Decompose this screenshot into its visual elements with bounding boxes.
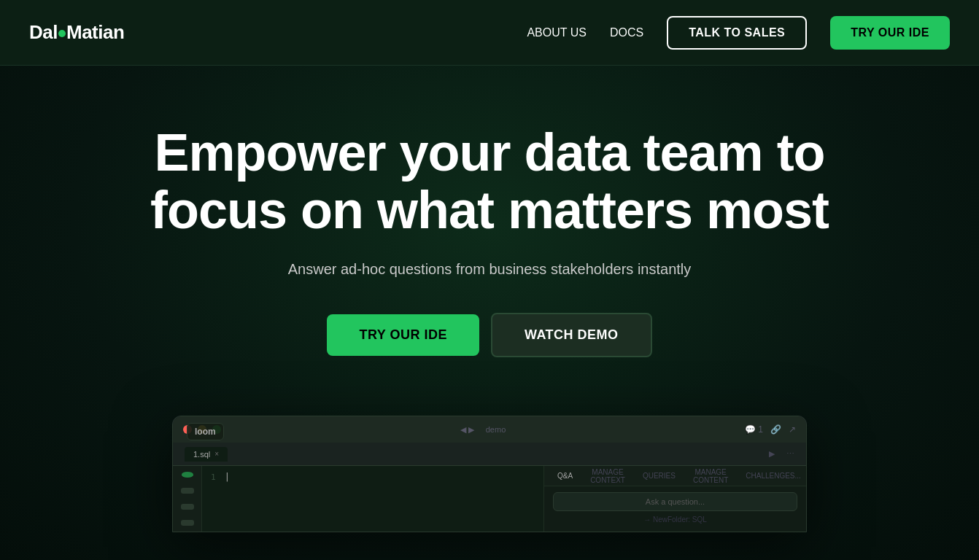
titlebar-center: ◀ ▶ <box>460 425 474 435</box>
panel-tab-queries[interactable]: QUERIES <box>637 469 681 483</box>
panel-tab-qa[interactable]: Q&A <box>552 469 578 483</box>
icon-link: 🔗 <box>770 424 781 435</box>
titlebar-breadcrumb: demo <box>486 425 506 434</box>
app-right-panel: Q&A MANAGE CONTEXT QUERIES MANAGE CONTEN… <box>543 466 806 532</box>
nav-link-docs[interactable]: DOCS <box>610 26 643 39</box>
talk-to-sales-button[interactable]: TALK TO SALES <box>667 16 807 50</box>
sidebar-icon-search[interactable] <box>182 472 193 477</box>
panel-tab-manage-content[interactable]: MANAGE CONTENT <box>687 465 734 487</box>
app-preview: ◀ ▶ demo 💬 1 🔗 ↗ 1.sql × ▶ ⋯ <box>172 416 807 532</box>
hero-title-line1: Empower your data team to <box>154 123 824 182</box>
logo-dot-icon <box>58 30 66 37</box>
logo-text: DalMatian <box>29 21 124 44</box>
tab-label: 1.sql <box>193 450 210 459</box>
nav-link-about[interactable]: ABOUT US <box>527 26 587 39</box>
watch-demo-button[interactable]: WATCH DEMO <box>491 313 652 357</box>
sidebar-icon-files[interactable] <box>181 488 194 494</box>
logo[interactable]: DalMatian <box>29 21 124 44</box>
editor-cursor: | <box>225 472 230 482</box>
action-run[interactable]: ▶ <box>769 449 775 459</box>
hero-title: Empower your data team to focus on what … <box>150 124 829 239</box>
icon-comments: 💬 1 <box>745 424 763 435</box>
ask-hint: → NewFolder: SQL <box>553 516 797 524</box>
hero-subtitle: Answer ad-hoc questions from business st… <box>288 261 692 278</box>
app-tabbar: 1.sql × ▶ ⋯ <box>173 443 806 466</box>
app-editor[interactable]: 1 | <box>202 466 543 532</box>
tab-close-icon: × <box>214 450 219 458</box>
app-body: 1 | Q&A MANAGE CONTEXT QUERIES MANAGE CO… <box>173 466 806 532</box>
app-titlebar: ◀ ▶ demo 💬 1 🔗 ↗ <box>173 416 806 443</box>
hero-cta-buttons: TRY OUR IDE WATCH DEMO <box>327 313 651 357</box>
panel-body: Ask a question... → NewFolder: SQL <box>544 486 806 532</box>
sidebar-icon-settings[interactable] <box>181 520 194 526</box>
panel-tab-manage-context[interactable]: MANAGE CONTEXT <box>584 465 631 487</box>
try-ide-hero-button[interactable]: TRY OUR IDE <box>327 314 479 356</box>
toolbar-actions: ▶ ⋯ <box>769 449 794 459</box>
hero-section: Empower your data team to focus on what … <box>0 66 979 560</box>
app-sidebar <box>173 466 202 532</box>
sidebar-icon-explore[interactable] <box>181 504 194 510</box>
line-number: 1 <box>211 472 216 482</box>
try-ide-nav-button[interactable]: TRY OUR IDE <box>830 16 950 50</box>
panel-tab-challenges[interactable]: CHALLENGES... <box>740 469 807 483</box>
navigation: DalMatian ABOUT US DOCS TALK TO SALES TR… <box>0 0 979 66</box>
panel-header: Q&A MANAGE CONTEXT QUERIES MANAGE CONTEN… <box>544 466 806 486</box>
app-window: ◀ ▶ demo 💬 1 🔗 ↗ 1.sql × ▶ ⋯ <box>172 416 807 532</box>
action-more[interactable]: ⋯ <box>786 449 794 459</box>
hero-title-line2: focus on what matters most <box>150 181 829 239</box>
app-tab-sql[interactable]: 1.sql × <box>185 447 228 462</box>
ask-input-field[interactable]: Ask a question... <box>553 492 797 511</box>
icon-expand: ↗ <box>789 424 796 435</box>
nav-right: ABOUT US DOCS TALK TO SALES TRY OUR IDE <box>527 16 950 50</box>
titlebar-actions: 💬 1 🔗 ↗ <box>745 424 796 435</box>
loom-badge: loom <box>187 423 224 440</box>
